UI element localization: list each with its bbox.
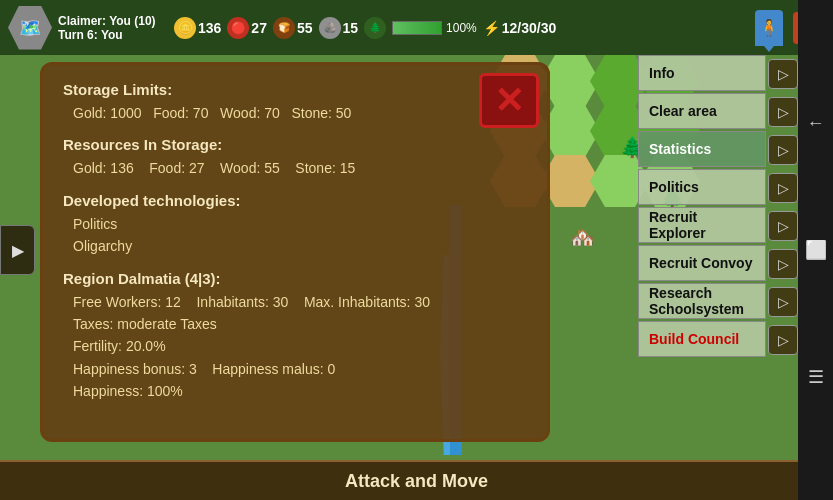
bottom-bar-text: Attack and Move (345, 471, 488, 492)
free-workers: Free Workers: 12 (73, 294, 181, 310)
top-bar: 🗺️ Claimer: You (10) Turn 6: You 🪙 136 🔴… (0, 0, 833, 55)
storage-gold: Gold: 1000 (73, 105, 142, 121)
storage-food: Food: 70 (153, 105, 208, 121)
top-bar-resources: 🪙 136 🔴 27 🍞 55 🪨 15 🌲 100% ⚡ 12/30/30 (174, 17, 749, 39)
panel-arrow-4[interactable]: ▷ (768, 211, 798, 241)
village-decoration: 🏘️ (570, 225, 595, 249)
stone-resource: 🪨 15 (319, 17, 359, 39)
storage-wood: Wood: 70 (220, 105, 280, 121)
fertility-line: Fertility: 20.0% (73, 335, 527, 357)
resources-section: Resources In Storage: Gold: 136 Food: 27… (63, 136, 527, 179)
population-value: 12/30/30 (502, 20, 557, 36)
happiness-bonus: Happiness bonus: 3 (73, 361, 197, 377)
wood-resource: 🍞 55 (273, 17, 313, 39)
panel-arrow-0[interactable]: ▷ (768, 59, 798, 89)
tech-section: Developed technologies: Politics Oligarc… (63, 192, 527, 258)
tech2: Oligarchy (73, 235, 527, 257)
close-button[interactable]: ✕ (479, 73, 539, 128)
storage-limits-section: Storage Limits: Gold: 1000 Food: 70 Wood… (63, 81, 527, 124)
res-wood: Wood: 55 (220, 160, 280, 176)
res-food: Food: 27 (149, 160, 204, 176)
android-recents-button[interactable]: ☰ (804, 365, 828, 389)
food-icon: 🔴 (227, 17, 249, 39)
info-panel: ✕ Storage Limits: Gold: 1000 Food: 70 Wo… (40, 62, 550, 442)
android-home-button[interactable]: ⬜ (804, 238, 828, 262)
claimer-info: Claimer: You (10) Turn 6: You (58, 14, 168, 42)
happiness-line: Happiness: 100% (73, 380, 527, 402)
close-icon: ✕ (494, 83, 524, 119)
taxes-line: Taxes: moderate Taxes (73, 313, 527, 335)
happiness-bonuses: Happiness bonus: 3 Happiness malus: 0 (73, 358, 527, 380)
progress-fill (393, 22, 441, 34)
right-panel: Info▷Clear area▷Statistics▷Politics▷Recr… (638, 55, 798, 359)
panel-arrow-2[interactable]: ▷ (768, 135, 798, 165)
left-nav-button[interactable]: ▶ (0, 225, 35, 275)
panel-btn-recruit-explorer[interactable]: Recruit Explorer (638, 207, 766, 243)
panel-btn-build-council[interactable]: Build Council (638, 321, 766, 357)
forest-resource: 🌲 (364, 17, 386, 39)
max-inhabitants: Max. Inhabitants: 30 (304, 294, 430, 310)
gold-resource: 🪙 136 (174, 17, 221, 39)
res-gold: Gold: 136 (73, 160, 134, 176)
map-icon: 🗺️ (8, 6, 52, 50)
region-title: Region Dalmatia (4|3): (63, 270, 527, 287)
food-resource: 🔴 27 (227, 17, 267, 39)
progress-container: 100% (392, 21, 477, 35)
panel-btn-recruit-convoy[interactable]: Recruit Convoy (638, 245, 766, 281)
food-value: 27 (251, 20, 267, 36)
storage-values: Gold: 1000 Food: 70 Wood: 70 Stone: 50 (73, 102, 527, 124)
happiness-malus: Happiness malus: 0 (212, 361, 335, 377)
resources-title: Resources In Storage: (63, 136, 527, 153)
panel-btn-clear-area[interactable]: Clear area (638, 93, 766, 129)
region-section: Region Dalmatia (4|3): Free Workers: 12 … (63, 270, 527, 403)
population-resource: ⚡ 12/30/30 (483, 20, 557, 36)
storage-stone: Stone: 50 (291, 105, 351, 121)
wood-icon: 🍞 (273, 17, 295, 39)
storage-limits-title: Storage Limits: (63, 81, 527, 98)
progress-bar (392, 21, 442, 35)
panel-arrow-1[interactable]: ▷ (768, 97, 798, 127)
panel-btn-statistics[interactable]: Statistics (638, 131, 766, 167)
panel-arrow-6[interactable]: ▷ (768, 287, 798, 317)
turn-text: Turn 6: You (58, 28, 168, 42)
panel-btn-research-schoolsystem[interactable]: Research Schoolsystem (638, 283, 766, 319)
resource-values: Gold: 136 Food: 27 Wood: 55 Stone: 15 (73, 157, 527, 179)
left-nav-icon: ▶ (12, 241, 24, 260)
android-nav-bar: ← ⬜ ☰ (798, 0, 833, 500)
gold-value: 136 (198, 20, 221, 36)
unit-icon[interactable]: 🧍 (755, 10, 783, 46)
forest-icon: 🌲 (364, 17, 386, 39)
region-workers: Free Workers: 12 Inhabitants: 30 Max. In… (73, 291, 527, 313)
panel-arrow-5[interactable]: ▷ (768, 249, 798, 279)
tech1: Politics (73, 213, 527, 235)
claimer-text: Claimer: You (10) (58, 14, 168, 28)
panel-arrow-3[interactable]: ▷ (768, 173, 798, 203)
android-back-button[interactable]: ← (804, 111, 828, 135)
gold-icon: 🪙 (174, 17, 196, 39)
panel-btn-info[interactable]: Info (638, 55, 766, 91)
wood-value: 55 (297, 20, 313, 36)
progress-pct: 100% (446, 21, 477, 35)
res-stone: Stone: 15 (295, 160, 355, 176)
panel-btn-politics[interactable]: Politics (638, 169, 766, 205)
tech-title: Developed technologies: (63, 192, 527, 209)
inhabitants: Inhabitants: 30 (196, 294, 288, 310)
stone-icon: 🪨 (319, 17, 341, 39)
stone-value: 15 (343, 20, 359, 36)
panel-arrow-7[interactable]: ▷ (768, 325, 798, 355)
bottom-bar: Attack and Move (0, 460, 833, 500)
